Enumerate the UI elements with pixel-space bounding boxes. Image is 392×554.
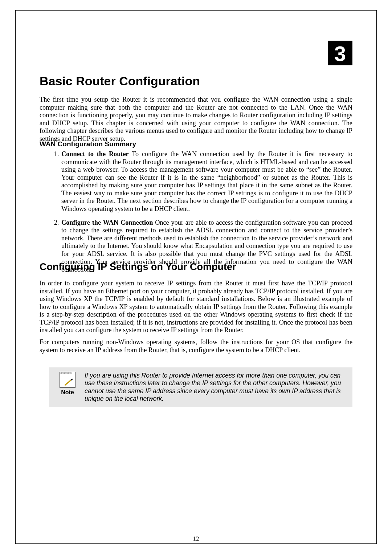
section-paragraph-1: In order to configure your system to rec… [40, 280, 352, 334]
note-text: If you are using this Router to provide … [82, 372, 347, 403]
list-item-lead: Configure the WAN Connection [61, 219, 153, 226]
list-item: Connect to the Router To configure the W… [61, 150, 352, 213]
note-label: Note [61, 389, 74, 396]
chapter-number-badge: 3 [328, 41, 352, 65]
note-callout: oooooooo Note If you are using this Rout… [49, 367, 352, 407]
page-number: 12 [0, 535, 392, 542]
section-paragraph-2: For computers running non-Windows operat… [40, 338, 352, 354]
wan-summary-list: Connect to the Router To configure the W… [40, 150, 352, 280]
section-heading: Configuring IP Settings on Your Computer [40, 261, 236, 273]
notepad-icon: oooooooo [60, 372, 75, 388]
intro-paragraph: The first time you setup the Router it i… [40, 96, 352, 143]
list-item-body: To configure the WAN connection used by … [61, 150, 352, 212]
list-item-lead: Connect to the Router [61, 150, 129, 158]
page-title: Basic Router Configuration [40, 74, 200, 88]
note-icon-column: oooooooo Note [53, 372, 82, 396]
wan-summary-heading: WAN Configuration Summary [40, 140, 136, 148]
